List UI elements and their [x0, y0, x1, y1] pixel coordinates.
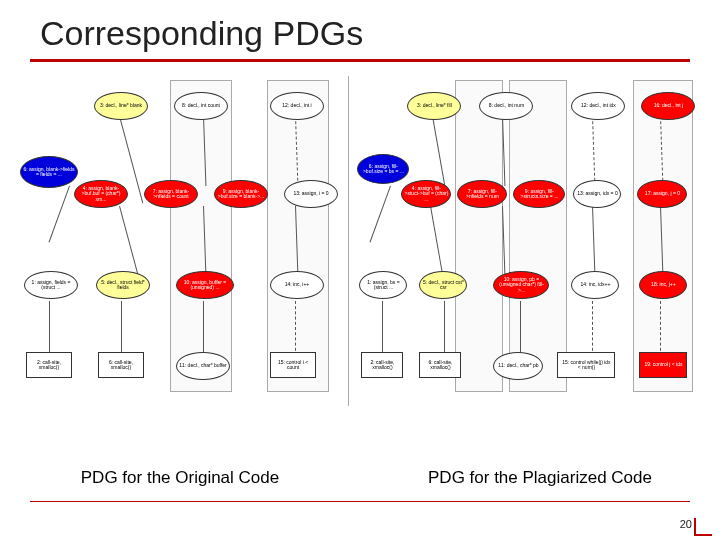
graph-node: 13: assign, idx = 0 — [573, 180, 621, 208]
captions-row: PDG for the Original Code PDG for the Pl… — [0, 468, 720, 488]
graph-edge — [592, 116, 595, 186]
graph-node: 6: assign, blank->fields = fields = ... — [20, 156, 78, 188]
graph-edge — [49, 186, 70, 243]
graph-node: 6: assign, fill->buf.size = bs = ... — [357, 154, 409, 184]
title-underline — [30, 59, 690, 62]
graph-node: 4: assign, blank->buf.buf = (char*) xm..… — [74, 180, 128, 208]
page-number: 20 — [680, 518, 692, 530]
graph-node: 11: decl., char* buffer — [176, 352, 230, 380]
graph-node: 5: decl., struct field* fields — [96, 271, 150, 299]
graph-node: 2: call-site, xmalloc() — [26, 352, 72, 378]
graph-node: 6: call-site, xmalloc() — [98, 352, 144, 378]
pdg-right: 3: decl., line* fill 8: decl., int num 1… — [353, 76, 699, 406]
graph-edge — [430, 206, 443, 275]
graph-edge — [432, 116, 446, 190]
graph-node: 15: control while(j) idx < num() — [557, 352, 615, 378]
column-highlight — [170, 80, 232, 392]
graph-edge — [382, 301, 383, 356]
graph-edge — [121, 301, 122, 356]
slide-title: Corresponding PDGs — [0, 0, 720, 59]
graph-edge — [119, 206, 138, 274]
graph-node: 10: assign, buffer = (unsigned) ... — [176, 271, 234, 299]
graph-node: 8: decl., int count — [174, 92, 228, 120]
graph-node: 4: assign, fill->stuct->buf = (char) ... — [401, 180, 451, 208]
graph-edge — [444, 301, 445, 356]
graph-edge — [295, 301, 296, 356]
graph-edge — [592, 301, 593, 356]
footer-rule — [30, 501, 690, 502]
graph-node: 12: decl., int i — [270, 92, 324, 120]
column-highlight — [633, 80, 693, 392]
graph-edge — [592, 206, 595, 276]
pdg-left: 3: decl., line* blank 8: decl., int coun… — [14, 76, 349, 406]
graph-node: 1: assign, bs = (struct ... — [359, 271, 407, 299]
graph-node: 3: decl., line* blank — [94, 92, 148, 120]
graph-node: 7: assign, blank->nfields = count — [144, 180, 198, 208]
graph-node: 19: control j < idx — [639, 352, 687, 378]
column-highlight — [509, 80, 567, 392]
graph-node: 1: assign, fields = (struct ... — [24, 271, 78, 299]
caption-left: PDG for the Original Code — [0, 468, 360, 488]
graph-edge — [370, 186, 391, 243]
graph-node: 9: assign, blank->buf.size = blank->... — [214, 180, 268, 208]
column-highlight — [455, 80, 503, 392]
column-highlight — [267, 80, 329, 392]
graph-edge — [203, 301, 204, 356]
graph-node: 13: assign, i = 0 — [284, 180, 338, 208]
graph-edge — [49, 301, 50, 356]
graph-node: 14: inc, idx++ — [571, 271, 619, 299]
graph-node: 14: inc, i++ — [270, 271, 324, 299]
caption-right: PDG for the Plagiarized Code — [360, 468, 720, 488]
graph-node: 12: decl., int idx — [571, 92, 625, 120]
corner-decoration — [694, 518, 712, 536]
graph-node: 3: decl., line* fill — [407, 92, 461, 120]
graph-node: 2: call-site, xmalloc() — [361, 352, 403, 378]
graph-node: 15: control i < count — [270, 352, 316, 378]
content-area: 3: decl., line* blank 8: decl., int coun… — [14, 76, 706, 406]
graph-node: 6: call-site, xmalloc() — [419, 352, 461, 378]
